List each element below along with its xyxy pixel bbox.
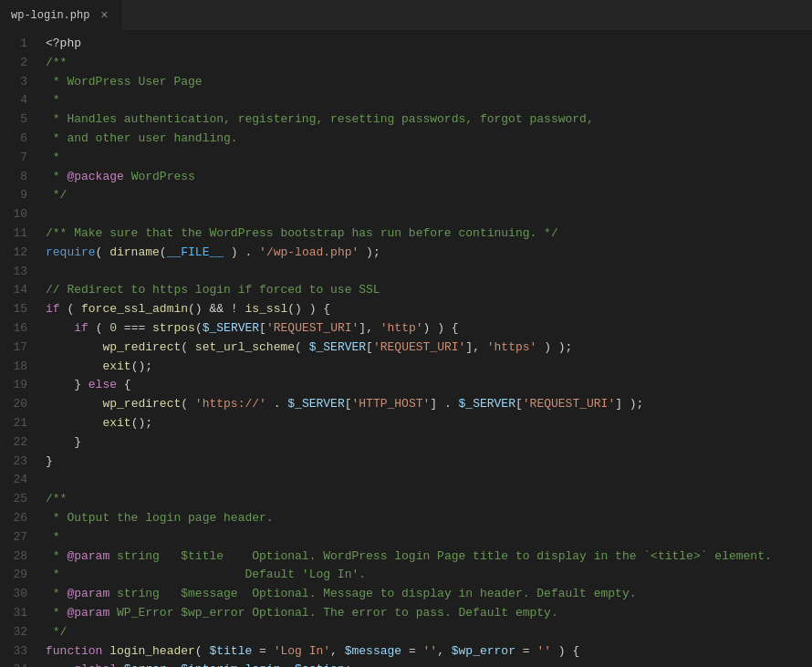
ln-1: 1 (0, 35, 27, 54)
code-container: 1 2 3 4 5 6 7 8 9 10 11 12 13 14 15 16 1… (0, 31, 812, 667)
code-line-2: /** (46, 54, 812, 73)
code-line-19: } else { (46, 376, 812, 395)
ln-20: 20 (0, 395, 27, 414)
code-line-20: wp_redirect( 'https://' . $_SERVER['HTTP… (46, 395, 812, 414)
ln-31: 31 (0, 604, 27, 623)
ln-27: 27 (0, 528, 27, 547)
code-line-29: * Default 'Log In'. (46, 566, 812, 585)
code-line-33: function login_header( $title = 'Log In'… (46, 642, 812, 662)
ln-32: 32 (0, 623, 27, 642)
ln-16: 16 (0, 319, 27, 339)
ln-19: 19 (0, 376, 27, 395)
ln-28: 28 (0, 547, 27, 567)
ln-14: 14 (0, 281, 27, 300)
code-line-17: wp_redirect( set_url_scheme( $_SERVER['R… (46, 339, 812, 358)
ln-18: 18 (0, 358, 27, 377)
tab-wp-login[interactable]: wp-login.php × (0, 0, 123, 31)
ln-9: 9 (0, 186, 27, 205)
tab-bar: wp-login.php × (0, 0, 812, 31)
code-line-23: } (46, 453, 812, 472)
code-line-11: /** Make sure that the WordPress bootstr… (46, 224, 812, 244)
code-line-7: * (46, 149, 812, 168)
code-line-3: * WordPress User Page (46, 73, 812, 92)
ln-22: 22 (0, 433, 27, 453)
code-line-13 (46, 263, 812, 282)
ln-12: 12 (0, 244, 27, 263)
ln-2: 2 (0, 54, 27, 73)
line-numbers: 1 2 3 4 5 6 7 8 9 10 11 12 13 14 15 16 1… (0, 31, 35, 667)
tab-filename: wp-login.php (11, 9, 89, 22)
ln-3: 3 (0, 73, 27, 92)
ln-30: 30 (0, 585, 27, 604)
code-line-10 (46, 205, 812, 224)
ln-5: 5 (0, 110, 27, 130)
code-line-30: * @param string $message Optional. Messa… (46, 585, 812, 604)
code-line-25: /** (46, 490, 812, 509)
code-line-12: require( dirname(__FILE__ ) . '/wp-load.… (46, 244, 812, 263)
code-line-21: exit(); (46, 414, 812, 433)
code-line-14: // Redirect to https login if forced to … (46, 281, 812, 300)
ln-15: 15 (0, 300, 27, 319)
code-line-32: */ (46, 623, 812, 642)
tab-close-button[interactable]: × (97, 8, 111, 23)
ln-25: 25 (0, 490, 27, 509)
code-line-1: <?php (46, 35, 812, 54)
code-line-8: * @package WordPress (46, 168, 812, 187)
ln-7: 7 (0, 149, 27, 168)
ln-17: 17 (0, 339, 27, 358)
code-line-15: if ( force_ssl_admin() && ! is_ssl() ) { (46, 300, 812, 319)
code-line-16: if ( 0 === strpos($_SERVER['REQUEST_URI'… (46, 319, 812, 339)
ln-29: 29 (0, 566, 27, 585)
code-line-4: * (46, 91, 812, 110)
code-content: <?php /** * WordPress User Page * * Hand… (35, 31, 812, 667)
code-line-5: * Handles authentication, registering, r… (46, 110, 812, 130)
ln-23: 23 (0, 453, 27, 472)
ln-10: 10 (0, 205, 27, 224)
ln-26: 26 (0, 509, 27, 528)
code-line-9: */ (46, 186, 812, 205)
code-line-24 (46, 471, 812, 490)
ln-8: 8 (0, 168, 27, 187)
code-line-31: * @param WP_Error $wp_error Optional. Th… (46, 604, 812, 623)
ln-33: 33 (0, 642, 27, 662)
ln-6: 6 (0, 130, 27, 149)
code-line-6: * and other user handling. (46, 130, 812, 149)
ln-21: 21 (0, 414, 27, 433)
code-line-28: * @param string $title Optional. WordPre… (46, 547, 812, 567)
ln-11: 11 (0, 224, 27, 244)
code-line-26: * Output the login page header. (46, 509, 812, 528)
code-line-34: global $error, $interim_login, $action; (46, 661, 812, 667)
ln-13: 13 (0, 263, 27, 282)
ln-4: 4 (0, 91, 27, 110)
code-line-22: } (46, 433, 812, 453)
ln-24: 24 (0, 471, 27, 490)
code-line-27: * (46, 528, 812, 547)
code-line-18: exit(); (46, 358, 812, 377)
ln-34: 34 (0, 661, 27, 667)
